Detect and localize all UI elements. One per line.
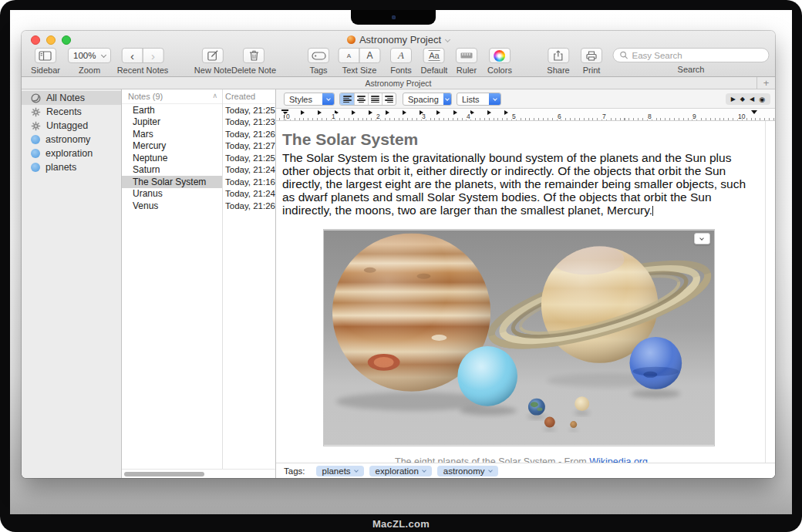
- printer-icon: [586, 51, 597, 61]
- text-larger-button[interactable]: A: [359, 48, 381, 63]
- sidebar-item-label: All Notes: [46, 93, 85, 103]
- lists-dropdown[interactable]: Lists: [457, 93, 501, 106]
- toolbar-print: Print: [581, 48, 602, 75]
- print-button[interactable]: [581, 48, 602, 63]
- share-icon: [553, 50, 563, 61]
- ruler-number: 4: [466, 113, 471, 120]
- center-tab-icon[interactable]: ◆: [740, 96, 745, 103]
- text-smaller-button[interactable]: A: [339, 48, 360, 63]
- tags-bar-label: Tags:: [284, 466, 305, 476]
- share-button[interactable]: [548, 48, 569, 63]
- search-input[interactable]: Easy Search: [613, 48, 770, 62]
- default-style-button[interactable]: Aa: [423, 48, 445, 63]
- sidebar-item-untagged[interactable]: Untagged: [22, 119, 121, 133]
- window-header: Astronomy Project Sidebar 100% Zoom: [22, 31, 775, 77]
- recent-notes-label: Recent Notes: [117, 66, 169, 75]
- chevron-down-icon: [699, 236, 704, 241]
- window-title: Astronomy Project: [22, 34, 775, 45]
- watermark: MacZL.com: [0, 518, 802, 530]
- ruler-number: 9: [692, 113, 697, 120]
- align-center-button[interactable]: [354, 93, 368, 105]
- mercury-shadow: [569, 429, 577, 431]
- new-tab-button[interactable]: +: [757, 77, 775, 89]
- right-tab-icon[interactable]: ▶: [731, 96, 736, 103]
- tag-icon: [312, 52, 326, 60]
- sidebar-label: Sidebar: [31, 66, 60, 75]
- note-row-the-solar-system[interactable]: The Solar SystemToday, 21:16: [122, 176, 275, 188]
- note-row-earth[interactable]: EarthToday, 21:25: [122, 104, 275, 116]
- note-row-neptune[interactable]: NeptuneToday, 21:25: [122, 152, 275, 164]
- styles-dropdown[interactable]: Styles: [284, 93, 335, 106]
- column-divider: [222, 89, 223, 478]
- sidebar-item-planets[interactable]: planets: [22, 160, 121, 174]
- note-body-text: The Solar System is the gravitationally …: [282, 151, 760, 217]
- forward-button[interactable]: ›: [143, 48, 164, 63]
- note-row-mercury[interactable]: MercuryToday, 21:27: [122, 140, 275, 153]
- note-row-mars[interactable]: MarsToday, 21:26: [122, 128, 275, 140]
- colors-label: Colors: [487, 66, 512, 75]
- attachment-menu-button[interactable]: [694, 233, 710, 244]
- tab-stop-wells[interactable]: ▶ ◆ ◀ ◉: [726, 93, 770, 105]
- notes-list: Notes (9)∧ Created EarthToday, 21:25 Jup…: [122, 89, 276, 478]
- sidebar-item-recents[interactable]: Recents: [22, 105, 121, 119]
- zoom-dropdown[interactable]: 100%: [68, 48, 111, 63]
- new-note-label: New Note: [194, 66, 231, 75]
- toolbar-new-note: New Note: [194, 48, 231, 75]
- tags-button[interactable]: [308, 48, 329, 63]
- scrollbar-thumb[interactable]: [124, 472, 204, 476]
- notes-list-header[interactable]: Notes (9)∧ Created: [122, 89, 275, 104]
- note-content[interactable]: The Solar System The Solar System is the…: [276, 121, 775, 463]
- toolbar-text-size: A A Text Size: [339, 48, 381, 75]
- planets-image[interactable]: [323, 229, 715, 446]
- back-button[interactable]: ‹: [122, 48, 143, 63]
- note-row-saturn[interactable]: SaturnToday, 21:24: [122, 164, 275, 177]
- delete-note-label: Delete Note: [231, 66, 276, 75]
- app-window: Astronomy Project Sidebar 100% Zoom: [22, 31, 775, 478]
- sidebar-item-exploration[interactable]: exploration: [22, 146, 121, 160]
- tag-pill-exploration[interactable]: exploration: [369, 466, 432, 476]
- new-note-button[interactable]: [202, 48, 224, 63]
- delete-note-button[interactable]: [243, 48, 265, 63]
- document-icon: [347, 35, 356, 44]
- tag-circle-icon: [31, 135, 40, 144]
- sidebar: All Notes Recents Untagged astronomy: [22, 89, 122, 478]
- sort-ascending-icon: ∧: [212, 92, 217, 101]
- note-row-venus[interactable]: VenusToday, 21:26: [122, 200, 275, 212]
- sidebar-item-astronomy[interactable]: astronomy: [22, 133, 121, 146]
- align-left-button[interactable]: [340, 93, 354, 105]
- sidebar-toggle-button[interactable]: [35, 48, 56, 63]
- spacing-dropdown[interactable]: Spacing: [403, 93, 452, 106]
- note-row-uranus[interactable]: UranusToday, 21:24: [122, 188, 275, 200]
- zoom-value: 100%: [73, 51, 96, 60]
- ruler-number: 2: [376, 113, 381, 120]
- align-left-icon: [343, 96, 352, 103]
- left-tab-icon[interactable]: ◀: [750, 96, 754, 103]
- mars: [544, 417, 554, 428]
- decimal-tab-icon[interactable]: ◉: [759, 96, 765, 103]
- trash-icon: [249, 50, 259, 61]
- sidebar-item-all-notes[interactable]: All Notes: [22, 91, 121, 105]
- sidebar-icon: [39, 51, 52, 61]
- gear-icon: [31, 107, 41, 117]
- horizontal-scrollbar[interactable]: [122, 469, 275, 478]
- colors-button[interactable]: [489, 48, 511, 63]
- search-icon: [620, 51, 628, 59]
- align-right-button[interactable]: [382, 93, 396, 105]
- vertical-scrollbar-track[interactable]: [765, 121, 775, 463]
- sidebar-item-label: exploration: [45, 148, 93, 159]
- chevron-down-icon[interactable]: [445, 37, 450, 42]
- justify-button[interactable]: [368, 93, 382, 105]
- desktop: Astronomy Project Sidebar 100% Zoom: [10, 10, 792, 514]
- toolbar-default: Aa Default: [421, 48, 448, 75]
- tag-pill-planets[interactable]: planets: [316, 466, 364, 476]
- align-right-icon: [385, 96, 393, 103]
- tag-circle-icon: [31, 163, 40, 172]
- note-row-jupiter[interactable]: JupiterToday, 21:23: [122, 116, 275, 129]
- tab-astronomy-project[interactable]: Astronomy Project: [22, 77, 775, 89]
- ruler-button[interactable]: [456, 48, 477, 63]
- toolbar-delete-note: Delete Note: [231, 48, 276, 75]
- wikipedia-link[interactable]: Wikipedia.org: [589, 456, 648, 463]
- fonts-button[interactable]: A: [390, 48, 412, 63]
- tag-pill-astronomy[interactable]: astronomy: [437, 466, 498, 476]
- created-header[interactable]: Created: [222, 92, 275, 101]
